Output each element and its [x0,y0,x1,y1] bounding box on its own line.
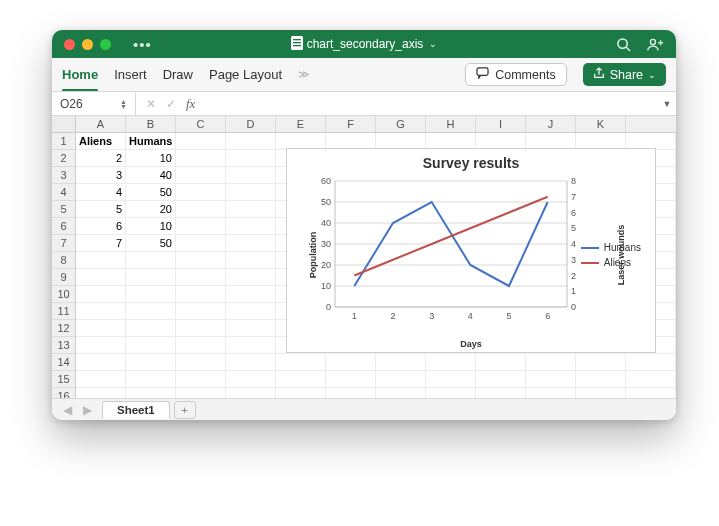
cell-a7[interactable]: 7 [76,235,126,252]
row-header[interactable]: 11 [52,303,75,320]
tab-insert[interactable]: Insert [114,67,147,82]
empty-cell[interactable] [126,320,176,337]
empty-cell[interactable] [376,371,426,388]
empty-cell[interactable] [176,269,226,286]
sheet-tab[interactable]: Sheet1 [102,401,170,419]
empty-cell[interactable] [226,354,276,371]
empty-cell[interactable] [176,235,226,252]
empty-cell[interactable] [476,388,526,398]
empty-cell[interactable] [526,388,576,398]
row-header[interactable]: 13 [52,337,75,354]
empty-cell[interactable] [226,252,276,269]
empty-cell[interactable] [626,388,676,398]
empty-cell[interactable] [76,354,126,371]
empty-cell[interactable] [126,252,176,269]
add-sheet-button[interactable]: + [174,401,196,419]
empty-cell[interactable] [76,303,126,320]
cell-b5[interactable]: 20 [126,201,176,218]
empty-cell[interactable] [226,235,276,252]
comments-button[interactable]: Comments [465,63,566,86]
cell-b2[interactable]: 10 [126,150,176,167]
empty-cell[interactable] [126,337,176,354]
row-header[interactable]: 6 [52,218,75,235]
row-header[interactable]: 7 [52,235,75,252]
row-header[interactable]: 2 [52,150,75,167]
minimize-icon[interactable] [82,39,93,50]
embedded-chart[interactable]: Survey results Population Laser wounds 0… [286,148,656,353]
maximize-icon[interactable] [100,39,111,50]
share-people-icon[interactable] [647,37,664,52]
row-header[interactable]: 12 [52,320,75,337]
select-all-corner[interactable] [52,116,76,132]
search-icon[interactable] [616,37,631,52]
empty-cell[interactable] [626,371,676,388]
empty-cell[interactable] [326,354,376,371]
empty-cell[interactable] [176,133,226,150]
close-icon[interactable] [64,39,75,50]
fx-icon[interactable]: fx [186,96,195,112]
overflow-menu-icon[interactable]: ••• [111,37,152,52]
empty-cell[interactable] [76,252,126,269]
cell-b7[interactable]: 50 [126,235,176,252]
empty-cell[interactable] [176,252,226,269]
formula-expand-icon[interactable]: ▼ [658,99,676,109]
empty-cell[interactable] [76,388,126,398]
col-header[interactable]: F [326,116,376,132]
empty-cell[interactable] [176,388,226,398]
empty-cell[interactable] [176,286,226,303]
empty-cell[interactable] [176,201,226,218]
col-header[interactable]: H [426,116,476,132]
cell-a3[interactable]: 3 [76,167,126,184]
formula-input[interactable] [205,92,658,115]
col-header[interactable]: D [226,116,276,132]
row-header[interactable]: 8 [52,252,75,269]
empty-cell[interactable] [176,354,226,371]
row-header[interactable]: 14 [52,354,75,371]
cells-area[interactable]: Aliens Humans 2 10 3 40 4 50 5 20 6 10 7… [76,133,676,398]
empty-cell[interactable] [276,388,326,398]
spreadsheet-grid[interactable]: A B C D E F G H I J K 123456789101112131… [52,116,676,398]
cell-a2[interactable]: 2 [76,150,126,167]
empty-cell[interactable] [226,320,276,337]
name-box[interactable]: O26 ▲▼ [52,92,136,115]
empty-cell[interactable] [226,286,276,303]
empty-cell[interactable] [226,371,276,388]
empty-cell[interactable] [226,388,276,398]
cell-a5[interactable]: 5 [76,201,126,218]
prev-sheet-icon[interactable]: ◀ [58,401,76,419]
empty-cell[interactable] [226,218,276,235]
row-header[interactable]: 5 [52,201,75,218]
tab-draw[interactable]: Draw [163,67,193,82]
row-header[interactable]: 16 [52,388,75,398]
empty-cell[interactable] [176,150,226,167]
empty-cell[interactable] [226,133,276,150]
empty-cell[interactable] [126,269,176,286]
empty-cell[interactable] [626,354,676,371]
tab-page-layout[interactable]: Page Layout [209,67,282,82]
col-header[interactable]: C [176,116,226,132]
cell-b3[interactable]: 40 [126,167,176,184]
empty-cell[interactable] [576,354,626,371]
next-sheet-icon[interactable]: ▶ [78,401,96,419]
empty-cell[interactable] [526,354,576,371]
cell-a4[interactable]: 4 [76,184,126,201]
empty-cell[interactable] [576,388,626,398]
empty-cell[interactable] [176,167,226,184]
row-header[interactable]: 3 [52,167,75,184]
col-header[interactable]: G [376,116,426,132]
empty-cell[interactable] [426,371,476,388]
empty-cell[interactable] [176,303,226,320]
empty-cell[interactable] [376,354,426,371]
empty-cell[interactable] [226,337,276,354]
name-box-stepper-icon[interactable]: ▲▼ [120,99,127,109]
empty-cell[interactable] [176,371,226,388]
empty-cell[interactable] [426,388,476,398]
row-header[interactable]: 1 [52,133,75,150]
col-header[interactable]: K [576,116,626,132]
row-header[interactable]: 10 [52,286,75,303]
empty-cell[interactable] [126,354,176,371]
empty-cell[interactable] [226,150,276,167]
cell-b6[interactable]: 10 [126,218,176,235]
empty-cell[interactable] [426,354,476,371]
empty-cell[interactable] [176,320,226,337]
